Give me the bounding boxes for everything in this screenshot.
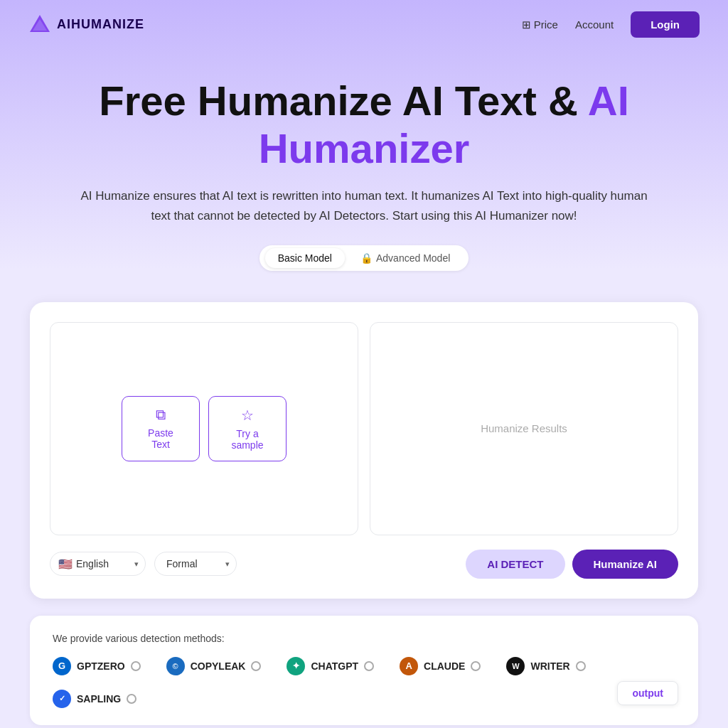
language-select-wrap[interactable]: 🇺🇸 English Spanish French German Chinese… <box>50 552 146 576</box>
copyleak-logo: © <box>166 657 185 675</box>
chatgpt-logo: ✦ <box>287 657 305 675</box>
paste-label: PasteText <box>148 427 173 450</box>
paste-icon: ⧉ <box>156 407 166 423</box>
claude-radio[interactable] <box>471 661 481 671</box>
basic-model-button[interactable]: Basic Model <box>265 248 345 268</box>
lock-icon: 🔒 <box>360 252 373 264</box>
chatgpt-radio[interactable] <box>364 661 374 671</box>
logo-text: AIHUMANIZE <box>57 17 144 32</box>
star-icon: ☆ <box>241 407 254 424</box>
language-select[interactable]: English Spanish French German Chinese Ja… <box>50 552 146 576</box>
detection-item-chatgpt[interactable]: ✦ CHATGPT <box>287 657 374 675</box>
hero-title: Free Humanize AI Text & AI Humanizer <box>14 77 714 172</box>
humanize-button[interactable]: Humanize AI <box>572 550 678 579</box>
action-buttons: AI DETECT Humanize AI <box>466 550 678 579</box>
detection-section: We provide various detection methods: G … <box>30 616 698 725</box>
claude-logo: A <box>400 657 418 675</box>
paste-text-button[interactable]: ⧉ PasteText <box>122 396 200 461</box>
gptzero-label: GPTZERO <box>77 660 125 672</box>
output-placeholder: Humanize Results <box>481 422 567 434</box>
sapling-logo: ✓ <box>53 690 71 708</box>
chatgpt-label: CHATGPT <box>311 660 358 672</box>
logo[interactable]: AIHUMANIZE <box>28 14 144 36</box>
writer-logo: W <box>506 657 525 675</box>
price-icon: ⊞ <box>522 18 531 31</box>
output-panel: Humanize Results <box>370 322 678 535</box>
tone-select[interactable]: Formal Casual Academic Simple Creative <box>154 552 237 576</box>
detection-item-gptzero[interactable]: G GPTZERO <box>53 657 141 675</box>
detection-item-writer[interactable]: W WRITER <box>506 657 585 675</box>
account-link[interactable]: Account <box>575 18 614 31</box>
price-link[interactable]: ⊞ Price <box>522 18 558 31</box>
gptzero-radio[interactable] <box>131 661 141 671</box>
panel-buttons: ⧉ PasteText ☆ Try asample <box>122 396 287 461</box>
text-panels: ⧉ PasteText ☆ Try asample Humanize Resul… <box>50 322 678 535</box>
try-sample-button[interactable]: ☆ Try asample <box>208 396 287 461</box>
nav-right: ⊞ Price Account Login <box>522 11 700 38</box>
navbar: AIHUMANIZE ⊞ Price Account Login <box>0 0 728 49</box>
gptzero-logo: G <box>53 657 71 675</box>
advanced-model-button[interactable]: 🔒 Advanced Model <box>348 248 463 268</box>
detection-item-claude[interactable]: A CLAUDE <box>400 657 481 675</box>
sapling-radio[interactable] <box>127 694 136 704</box>
detection-item-sapling[interactable]: ✓ SAPLING <box>53 690 136 708</box>
writer-label: WRITER <box>530 660 569 672</box>
copyleak-radio[interactable] <box>251 661 261 671</box>
ai-detect-button[interactable]: AI DETECT <box>466 550 564 579</box>
detection-item-copyleak[interactable]: © COPYLEAK <box>166 657 262 675</box>
detection-title: We provide various detection methods: <box>53 633 675 644</box>
detection-methods: G GPTZERO © COPYLEAK ✦ CHATGPT A CLAUDE … <box>53 657 675 708</box>
model-toggle: Basic Model 🔒 Advanced Model <box>259 245 469 271</box>
sample-label: Try asample <box>231 428 263 451</box>
sapling-label: SAPLING <box>77 693 121 705</box>
writer-radio[interactable] <box>576 661 586 671</box>
copyleak-label: COPYLEAK <box>191 660 246 672</box>
input-panel: ⧉ PasteText ☆ Try asample <box>50 322 358 535</box>
output-badge: output <box>617 681 678 705</box>
hero-section: Free Humanize AI Text & AI Humanizer AI … <box>0 49 728 285</box>
claude-label: CLAUDE <box>424 660 465 672</box>
login-button[interactable]: Login <box>631 11 700 38</box>
bottom-bar: 🇺🇸 English Spanish French German Chinese… <box>50 550 678 579</box>
main-card: ⧉ PasteText ☆ Try asample Humanize Resul… <box>30 302 698 599</box>
hero-subtitle: AI Humanize ensures that AI text is rewr… <box>73 186 655 225</box>
logo-icon <box>28 14 51 36</box>
tone-select-wrap[interactable]: Formal Casual Academic Simple Creative ▾ <box>154 552 237 576</box>
